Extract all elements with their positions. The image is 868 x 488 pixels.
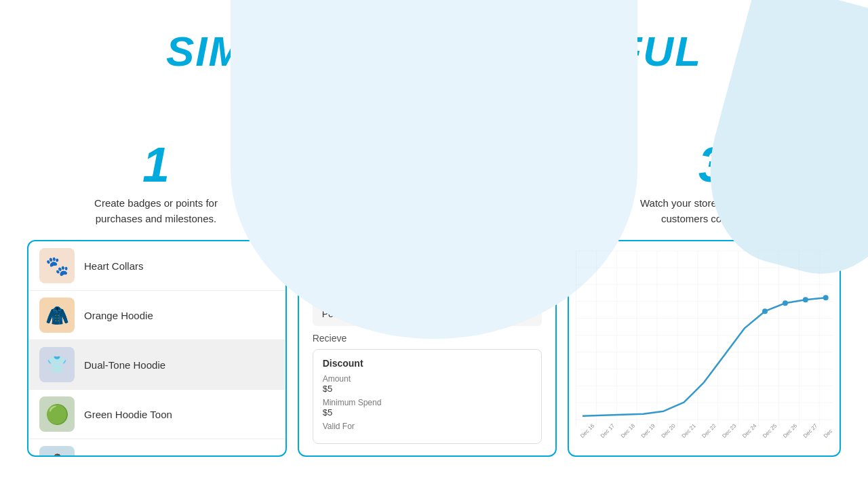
svg-rect-0 (576, 251, 833, 426)
product-name-3: Dual-Tone Hoodie (84, 359, 165, 371)
valid-for-row: Valid For (323, 422, 532, 431)
product-list: 🐾 Heart Collars 🧥 Orange Hoodie 👕 Dual-T… (28, 241, 285, 457)
product-name-1: Heart Collars (84, 260, 144, 272)
svg-point-4 (823, 295, 829, 300)
product-list-card: 🐾 Heart Collars 🧥 Orange Hoodie 👕 Dual-T… (27, 240, 287, 457)
product-item-2[interactable]: 🧥 Orange Hoodie (28, 291, 285, 340)
step-1-number: 1 (54, 140, 258, 189)
product-item-5[interactable]: 👶 Starry Baby Joy (28, 439, 285, 457)
discount-title: Discount (323, 358, 532, 369)
amount-label: Amount (323, 374, 532, 384)
svg-point-2 (783, 300, 788, 306)
svg-point-3 (803, 297, 808, 302)
svg-point-1 (762, 308, 768, 314)
product-name-2: Orange Hoodie (84, 310, 153, 321)
product-icon-5: 👶 (39, 446, 75, 457)
product-icon-2: 🧥 (39, 298, 75, 333)
min-spend-label: Minimum Spend (323, 398, 532, 407)
growth-chart: Dec 16 Dec 17 Dec 18 Dec 19 Dec 20 Dec 2… (576, 248, 833, 449)
step-1-desc: Create badges or points forpurchases and… (54, 196, 258, 226)
amount-row: Amount $5 (323, 374, 532, 394)
amount-value: $5 (323, 384, 532, 394)
product-icon-1: 🐾 (39, 248, 75, 283)
min-spend-value: $5 (323, 407, 532, 418)
product-item-3[interactable]: 👕 Dual-Tone Hoodie (28, 340, 285, 390)
product-icon-4: 🟢 (39, 396, 75, 432)
page: SIMPLE AND POWERFUL Awardable takes the … (0, 0, 868, 488)
valid-for-label: Valid For (323, 422, 532, 431)
min-spend-row: Minimum Spend $5 (323, 398, 532, 418)
product-item-4[interactable]: 🟢 Green Hoodie Toon (28, 390, 285, 439)
discount-box: Discount Amount $5 Minimum Spend $5 Vali… (313, 349, 542, 444)
step-1: 1 Create badges or points forpurchases a… (54, 140, 258, 226)
product-item-1[interactable]: 🐾 Heart Collars (28, 241, 285, 291)
chart-card: Dec 16 Dec 17 Dec 18 Dec 19 Dec 20 Dec 2… (568, 240, 841, 457)
svg-text:Dec: Dec (823, 428, 833, 439)
product-name-4: Green Hoodie Toon (84, 409, 172, 420)
chart-container: Dec 16 Dec 17 Dec 18 Dec 19 Dec 20 Dec 2… (576, 248, 833, 449)
product-icon-3: 👕 (39, 347, 75, 382)
